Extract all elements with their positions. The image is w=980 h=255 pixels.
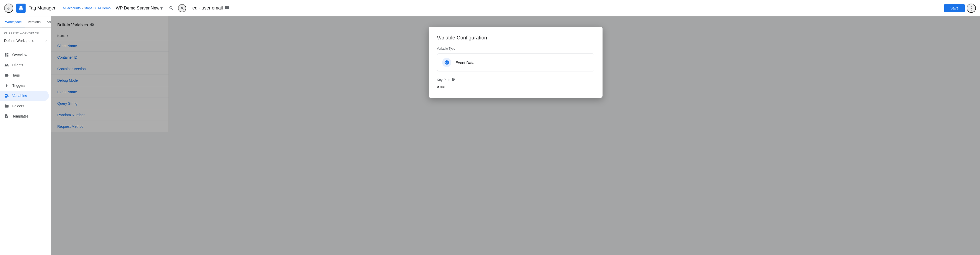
content-area: Built-In Variables Name ↑ Client Name (51, 16, 980, 255)
workspace-name: Default Workspace (4, 39, 43, 43)
variable-type-card[interactable]: Event Data (437, 54, 594, 72)
folder-icon (225, 5, 229, 11)
search-icon[interactable] (169, 6, 174, 11)
workspace-item[interactable]: Default Workspace › (0, 36, 51, 46)
sidebar-item-variables[interactable]: Variables (0, 91, 49, 101)
triggers-icon (4, 83, 9, 88)
sidebar-item-label-templates: Templates (12, 114, 29, 118)
overview-icon (4, 52, 9, 57)
sidebar: Workspace Versions Admin CURRENT WORKSPA… (0, 16, 51, 255)
current-workspace-label: CURRENT WORKSPACE (0, 30, 51, 36)
sidebar-item-triggers[interactable]: Triggers (0, 80, 49, 91)
sidebar-nav: Overview Clients Tags Trig (0, 48, 51, 255)
header-left: Tag Manager All accounts › Stape GTM Dem… (4, 3, 163, 13)
tab-workspace[interactable]: Workspace (2, 16, 25, 27)
sidebar-item-label-overview: Overview (12, 53, 27, 57)
sidebar-item-label-tags: Tags (12, 73, 20, 77)
current-workspace-section: CURRENT WORKSPACE Default Workspace › (0, 28, 51, 48)
sidebar-tabs: Workspace Versions Admin (0, 16, 51, 28)
clients-icon (4, 62, 9, 68)
sidebar-item-folders[interactable]: Folders (0, 101, 49, 111)
config-panel: Variable Configuration Variable Type Eve… (429, 27, 603, 98)
config-overlay: Variable Configuration Variable Type Eve… (51, 16, 980, 255)
variable-type-label: Variable Type (437, 47, 594, 51)
sidebar-item-clients[interactable]: Clients (0, 60, 49, 70)
app-title: Tag Manager (29, 5, 56, 11)
key-path-help-icon[interactable] (451, 78, 455, 82)
app-logo (16, 3, 25, 13)
back-button[interactable] (4, 3, 13, 13)
save-button[interactable]: Save (944, 4, 965, 12)
tab-versions[interactable]: Versions (25, 16, 44, 27)
workspace-selector[interactable]: WP Demo Server New ▾ (116, 5, 163, 11)
key-path-value: email (437, 83, 594, 89)
header: Tag Manager All accounts › Stape GTM Dem… (0, 0, 980, 16)
folders-icon (4, 104, 9, 108)
breadcrumb-account[interactable]: Stape GTM Demo (84, 6, 111, 10)
workspace-chevron: ▾ (160, 5, 163, 11)
sidebar-item-label-variables: Variables (12, 94, 27, 98)
templates-icon (4, 114, 9, 119)
sidebar-item-label-folders: Folders (12, 104, 24, 108)
key-path-label: Key Path (437, 78, 594, 82)
variables-icon (4, 93, 9, 98)
workspace-arrow: › (46, 38, 47, 43)
sidebar-item-templates[interactable]: Templates (0, 111, 49, 121)
sidebar-item-label-clients: Clients (12, 63, 23, 67)
more-button[interactable]: ⋮ (967, 3, 976, 13)
sidebar-item-label-triggers: Triggers (12, 83, 25, 88)
event-data-icon (442, 58, 451, 67)
doc-title: ed - user email (192, 5, 223, 11)
doc-title-area: ed - user email (186, 5, 938, 11)
variable-type-name: Event Data (455, 61, 474, 65)
sidebar-item-overview[interactable]: Overview (0, 50, 49, 60)
tags-icon (4, 73, 9, 78)
key-path-section: Key Path email (437, 78, 594, 89)
header-actions: Save ⋮ (944, 3, 976, 13)
breadcrumb-all-accounts[interactable]: All accounts (63, 6, 81, 10)
sidebar-item-tags[interactable]: Tags (0, 70, 49, 80)
header-center: ✕ ed - user email (163, 4, 944, 12)
breadcrumb-sep: › (81, 6, 83, 10)
config-title: Variable Configuration (437, 35, 594, 41)
breadcrumb: All accounts › Stape GTM Demo (63, 6, 111, 10)
workspace-title: WP Demo Server New (116, 6, 159, 11)
close-search-button[interactable]: ✕ (178, 4, 186, 12)
main-layout: Workspace Versions Admin CURRENT WORKSPA… (0, 16, 980, 255)
